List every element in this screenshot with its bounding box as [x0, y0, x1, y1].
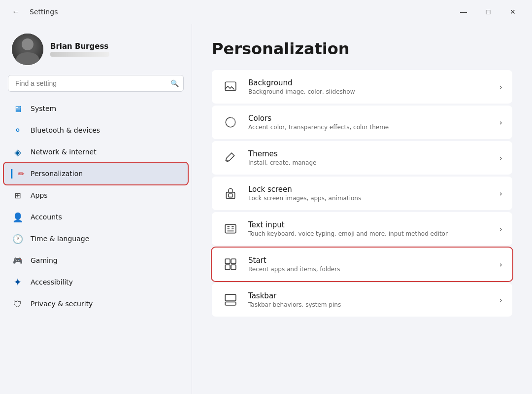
sidebar-item-network[interactable]: ◈Network & internet	[4, 141, 188, 163]
avatar-image	[12, 34, 43, 65]
settings-list: Background Background image, color, slid…	[212, 70, 512, 317]
sidebar: Brian Burgess 🔍 🖥System⚬Bluetooth & devi…	[0, 24, 192, 394]
minimize-button[interactable]: —	[452, 4, 475, 20]
close-button[interactable]: ✕	[501, 4, 524, 20]
sidebar-item-label: Network & internet	[31, 148, 97, 156]
lockscreen-card-icon	[222, 184, 239, 202]
sidebar-item-time[interactable]: 🕐Time & language	[4, 228, 188, 250]
privacy-icon: 🛡	[12, 298, 24, 310]
svg-rect-8	[231, 265, 236, 270]
apps-icon: ⊞	[12, 189, 24, 201]
window-controls: — □ ✕	[452, 4, 524, 20]
themes-card-title: Themes	[248, 149, 491, 158]
search-box: 🔍	[8, 75, 184, 92]
themes-card-desc: Install, create, manage	[248, 159, 491, 166]
back-button[interactable]: ←	[8, 5, 24, 18]
textinput-card-text: Text input Touch keyboard, voice typing,…	[248, 220, 491, 237]
maximize-button[interactable]: □	[477, 4, 499, 20]
lockscreen-card-chevron: ›	[499, 189, 502, 198]
background-card-chevron: ›	[499, 82, 502, 92]
settings-card-background[interactable]: Background Background image, color, slid…	[212, 70, 512, 104]
page-title: Personalization	[212, 39, 512, 58]
taskbar-card-text: Taskbar Taskbar behaviors, system pins	[248, 291, 491, 308]
search-icon: 🔍	[170, 79, 179, 87]
sidebar-item-bluetooth[interactable]: ⚬Bluetooth & devices	[4, 119, 188, 141]
lockscreen-card-text: Lock screen Lock screen images, apps, an…	[248, 185, 491, 202]
colors-card-title: Colors	[248, 114, 491, 123]
colors-card-text: Colors Accent color, transparency effect…	[248, 114, 491, 131]
sidebar-item-system[interactable]: 🖥System	[4, 98, 188, 119]
accessibility-icon: ✦	[12, 276, 24, 288]
sidebar-item-label: Privacy & security	[31, 300, 93, 308]
personalization-icon: ▎✏	[12, 168, 24, 179]
lockscreen-card-desc: Lock screen images, apps, animations	[248, 195, 491, 202]
svg-rect-6	[231, 259, 236, 264]
background-card-icon	[222, 78, 239, 96]
avatar	[12, 34, 43, 65]
themes-card-icon	[222, 149, 239, 167]
colors-card-desc: Accent color, transparency effects, colo…	[248, 124, 491, 131]
start-card-icon	[222, 255, 239, 273]
sidebar-item-accounts[interactable]: 👤Accounts	[4, 206, 188, 228]
network-icon: ◈	[12, 146, 24, 158]
settings-card-start[interactable]: Start Recent apps and items, folders ›	[212, 248, 512, 281]
sidebar-item-apps[interactable]: ⊞Apps	[4, 184, 188, 206]
background-card-text: Background Background image, color, slid…	[248, 78, 491, 95]
settings-card-colors[interactable]: Colors Accent color, transparency effect…	[212, 106, 512, 139]
svg-rect-9	[225, 302, 236, 305]
svg-rect-2	[226, 192, 234, 199]
textinput-card-title: Text input	[248, 220, 491, 229]
bluetooth-icon: ⚬	[12, 124, 24, 136]
svg-rect-3	[229, 194, 233, 197]
sidebar-item-label: Gaming	[31, 256, 58, 264]
taskbar-card-icon	[222, 291, 239, 309]
title-bar: ← Settings — □ ✕	[0, 0, 532, 24]
system-icon: 🖥	[12, 103, 24, 114]
lockscreen-card-title: Lock screen	[248, 185, 491, 194]
gaming-icon: 🎮	[12, 254, 24, 266]
user-info: Brian Burgess	[50, 42, 109, 57]
search-input[interactable]	[8, 75, 184, 92]
colors-card-chevron: ›	[499, 118, 502, 127]
textinput-card-desc: Touch keyboard, voice typing, emoji and …	[248, 230, 491, 237]
nav-list: 🖥System⚬Bluetooth & devices◈Network & in…	[0, 98, 192, 315]
sidebar-item-label: Apps	[31, 191, 48, 199]
themes-card-chevron: ›	[499, 153, 502, 163]
sidebar-item-accessibility[interactable]: ✦Accessibility	[4, 271, 188, 293]
taskbar-card-chevron: ›	[499, 295, 502, 305]
settings-card-themes[interactable]: Themes Install, create, manage ›	[212, 141, 512, 175]
start-card-text: Start Recent apps and items, folders	[248, 256, 491, 273]
sidebar-item-personalization[interactable]: ▎✏ Personalization	[4, 163, 188, 184]
colors-card-icon	[222, 113, 239, 131]
svg-rect-10	[225, 294, 236, 301]
settings-card-taskbar[interactable]: Taskbar Taskbar behaviors, system pins ›	[212, 283, 512, 317]
sidebar-item-label: Personalization	[31, 170, 83, 178]
app-title: Settings	[30, 8, 58, 16]
svg-rect-7	[225, 265, 230, 270]
start-card-chevron: ›	[499, 260, 502, 269]
app-body: Brian Burgess 🔍 🖥System⚬Bluetooth & devi…	[0, 24, 532, 394]
sidebar-item-label: System	[31, 105, 56, 112]
taskbar-card-desc: Taskbar behaviors, system pins	[248, 301, 491, 308]
settings-card-lockscreen[interactable]: Lock screen Lock screen images, apps, an…	[212, 177, 512, 210]
svg-rect-5	[225, 259, 230, 264]
accounts-icon: 👤	[12, 211, 24, 223]
background-card-title: Background	[248, 78, 491, 87]
taskbar-card-title: Taskbar	[248, 291, 491, 300]
textinput-card-icon	[222, 220, 239, 238]
background-card-desc: Background image, color, slideshow	[248, 88, 491, 95]
textinput-card-chevron: ›	[499, 224, 502, 234]
sidebar-item-label: Bluetooth & devices	[31, 126, 100, 134]
user-name: Brian Burgess	[50, 42, 109, 51]
start-card-title: Start	[248, 256, 491, 265]
user-section: Brian Burgess	[0, 24, 192, 75]
settings-card-textinput[interactable]: Text input Touch keyboard, voice typing,…	[212, 212, 512, 246]
sidebar-item-privacy[interactable]: 🛡Privacy & security	[4, 293, 188, 315]
start-card-desc: Recent apps and items, folders	[248, 266, 491, 273]
sidebar-item-gaming[interactable]: 🎮Gaming	[4, 250, 188, 271]
sidebar-item-label: Accessibility	[31, 278, 73, 286]
themes-card-text: Themes Install, create, manage	[248, 149, 491, 166]
svg-rect-4	[225, 224, 236, 233]
sidebar-item-label: Accounts	[31, 213, 62, 221]
main-content: Personalization Background Background im…	[192, 24, 532, 394]
